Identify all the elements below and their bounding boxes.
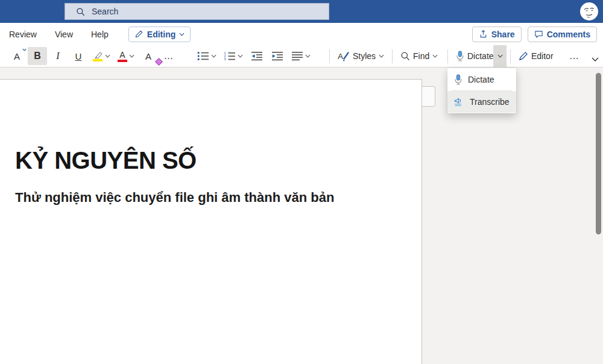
search-icon (76, 7, 85, 16)
menu-item-transcribe[interactable]: Transcribe (447, 91, 516, 113)
find-button[interactable]: Find (397, 47, 441, 65)
dictate-dropdown-toggle[interactable] (493, 45, 507, 67)
increase-indent-icon (271, 51, 283, 61)
toolbar-divider (510, 49, 511, 63)
comments-label: Comments (547, 30, 590, 39)
share-button[interactable]: Share (472, 27, 522, 42)
svg-text:3: 3 (224, 57, 226, 61)
bullet-list-button[interactable] (194, 47, 219, 65)
menu-item-label: Transcribe (470, 97, 510, 107)
decrease-indent-button[interactable] (247, 47, 267, 65)
word-web-app: Review View Help Editing Share (0, 0, 603, 364)
search-box[interactable] (65, 3, 329, 20)
highlight-color-button[interactable] (89, 47, 113, 65)
comment-icon (534, 30, 543, 39)
comments-button[interactable]: Comments (528, 27, 597, 42)
dictate-dropdown-menu: Dictate Transcribe (447, 68, 516, 113)
paragraph-group: 1 2 3 (194, 47, 314, 65)
styles-button[interactable]: A Styles (334, 47, 388, 65)
chevron-down-icon (432, 54, 438, 58)
numbered-list-button[interactable]: 1 2 3 (221, 47, 246, 65)
vertical-scrollbar-thumb[interactable] (596, 73, 601, 234)
chevron-down-icon (179, 33, 185, 36)
chevron-down-icon (305, 54, 311, 58)
bullet-list-icon (197, 51, 209, 61)
editor-button[interactable]: Editor (514, 47, 557, 65)
chevron-down-icon (22, 48, 27, 51)
editor-label: Editor (531, 51, 554, 61)
chevron-down-icon (497, 54, 503, 58)
editing-label: Editing (147, 30, 175, 39)
alignment-button[interactable] (288, 47, 314, 65)
styles-icon: A (338, 51, 350, 61)
dictate-label: Dictate (467, 51, 494, 61)
underline-button[interactable]: U (69, 47, 88, 65)
microphone-icon (456, 51, 464, 61)
transcribe-icon (454, 97, 464, 107)
document-heading[interactable]: KỶ NGUYÊN SỐ (15, 147, 197, 174)
menubar-right-buttons: Share Comments (472, 27, 597, 42)
avatar-face-icon (580, 2, 598, 20)
titlebar (0, 0, 603, 23)
tab-review[interactable]: Review (0, 23, 46, 45)
clear-formatting-button[interactable]: A (139, 47, 158, 65)
font-group: A B I U A (7, 47, 314, 65)
grow-font-letter: A (14, 51, 20, 61)
toolbar-divider (329, 49, 330, 63)
italic-button[interactable]: I (48, 47, 68, 65)
collapse-ribbon-chevron-icon[interactable] (592, 57, 599, 62)
menu-item-dictate[interactable]: Dictate (447, 69, 516, 90)
styles-label: Styles (353, 51, 376, 61)
highlighter-icon (92, 51, 103, 61)
font-color-icon: A (118, 51, 127, 62)
document-subtitle[interactable]: Thử nghiệm việc chuyển file ghi âm thành… (15, 190, 334, 206)
font-color-button[interactable]: A (115, 47, 137, 65)
align-text-icon (291, 51, 303, 61)
chevron-down-icon (211, 54, 216, 58)
editor-pen-icon (518, 51, 528, 61)
ribbon-toolbar: A B I U A (0, 45, 603, 67)
find-label: Find (413, 51, 429, 61)
chevron-down-icon (129, 54, 134, 58)
grow-font-button[interactable]: A (7, 47, 27, 65)
share-icon (479, 30, 488, 39)
numbered-list-icon: 1 2 3 (224, 51, 236, 61)
chevron-down-icon (238, 54, 243, 58)
decrease-indent-icon (251, 51, 263, 61)
clear-format-letter: A (145, 51, 151, 61)
avatar[interactable] (580, 2, 598, 20)
toolbar-divider (447, 49, 448, 63)
document-page[interactable]: KỶ NGUYÊN SỐ Thử nghiệm việc chuyển file… (0, 79, 422, 364)
tab-help[interactable]: Help (82, 23, 118, 45)
menubar: Review View Help Editing Share (0, 23, 603, 45)
chevron-down-icon (105, 54, 110, 58)
ribbon-overflow-button[interactable]: … (566, 47, 583, 65)
toolbar-divider (392, 49, 393, 63)
share-label: Share (491, 30, 515, 39)
chevron-down-icon (379, 54, 384, 58)
search-input[interactable] (90, 6, 322, 17)
tab-view[interactable]: View (46, 23, 82, 45)
pencil-icon (134, 30, 144, 39)
bold-button[interactable]: B (28, 47, 47, 65)
microphone-icon (454, 74, 463, 85)
editing-mode-button[interactable]: Editing (128, 27, 191, 42)
comment-margin-tab[interactable] (422, 86, 435, 107)
increase-indent-button[interactable] (268, 47, 287, 65)
find-icon (400, 51, 410, 61)
menu-item-label: Dictate (468, 75, 494, 84)
svg-text:A: A (338, 52, 343, 61)
dictate-button[interactable]: Dictate (452, 47, 497, 65)
